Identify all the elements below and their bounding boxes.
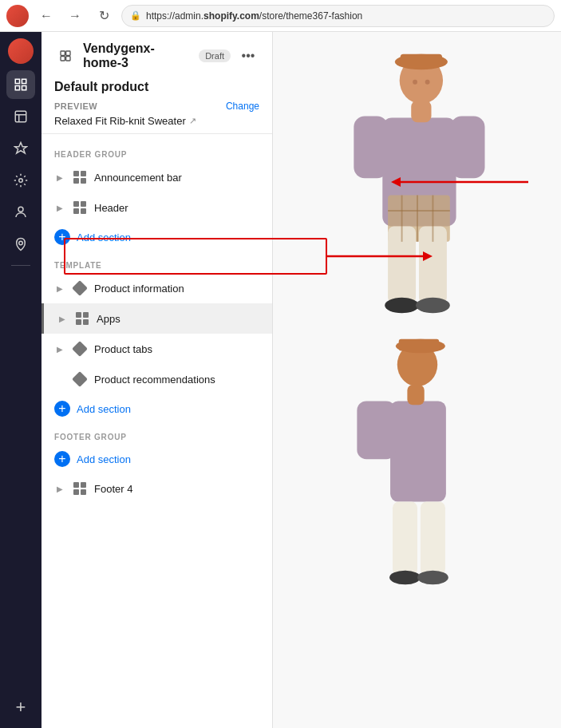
draft-badge: Draft xyxy=(199,49,231,62)
add-section-footer-label: Add section xyxy=(77,453,131,465)
svg-rect-4 xyxy=(15,111,26,122)
list-item-announcement-bar[interactable]: ▶ Announcement bar xyxy=(41,162,272,192)
refresh-button[interactable]: ↻ xyxy=(93,5,115,27)
list-item-product-tabs[interactable]: ▶ Product tabs xyxy=(41,334,272,364)
chevron-icon: ▶ xyxy=(54,283,65,294)
svg-rect-1 xyxy=(22,79,26,83)
svg-point-7 xyxy=(19,241,23,245)
sidebar-add-button[interactable]: + xyxy=(6,693,35,722)
address-bar[interactable]: 🔒 https://admin.shopify.com/store/theme3… xyxy=(121,5,555,27)
sidebar-item-home[interactable] xyxy=(6,70,35,99)
grid-icon-header xyxy=(72,200,88,216)
list-item-footer-4[interactable]: ▶ Footer 4 xyxy=(41,473,272,504)
sidebar-item-analytics[interactable] xyxy=(6,102,35,131)
default-product-label: Default product xyxy=(54,80,259,94)
preview-pane xyxy=(273,32,561,728)
preview-label: PREVIEW xyxy=(54,101,97,111)
header-group-label: HEADER GROUP xyxy=(41,140,272,162)
template-group-label: TEMPLATE xyxy=(41,251,272,273)
svg-point-25 xyxy=(425,80,429,85)
svg-point-5 xyxy=(19,179,23,183)
grid-icon-footer xyxy=(72,481,88,497)
list-item-product-recommendations[interactable]: Product recommendations xyxy=(41,364,272,394)
external-link-icon[interactable]: ↗ xyxy=(189,116,196,126)
svg-rect-33 xyxy=(390,401,446,501)
chevron-icon: ▶ xyxy=(54,172,65,183)
apps-label: Apps xyxy=(97,313,259,325)
product-image-top xyxy=(338,48,497,319)
sidebar-item-map[interactable] xyxy=(6,230,35,259)
svg-rect-36 xyxy=(392,501,417,575)
sidebar-item-settings[interactable] xyxy=(6,166,35,195)
svg-rect-34 xyxy=(407,385,424,405)
list-item-header[interactable]: ▶ Header xyxy=(41,192,272,223)
svg-rect-8 xyxy=(61,51,65,55)
user-avatar[interactable] xyxy=(8,38,34,64)
list-item-apps[interactable]: ▶ Apps xyxy=(41,303,272,334)
add-section-header[interactable]: + Add section xyxy=(41,223,272,251)
panel-back-button[interactable] xyxy=(54,45,77,67)
add-section-template-label: Add section xyxy=(77,403,131,415)
product-recommendations-label: Product recommendations xyxy=(94,374,259,386)
sidebar-divider xyxy=(11,265,30,266)
browser-chrome: ← → ↻ 🔒 https://admin.shopify.com/store/… xyxy=(0,0,561,32)
preview-product-name: Relaxed Fit Rib-knit Sweater xyxy=(54,115,186,127)
sidebar-item-star[interactable] xyxy=(6,134,35,163)
svg-point-39 xyxy=(417,571,448,584)
product-information-label: Product information xyxy=(94,283,259,295)
svg-rect-0 xyxy=(15,79,19,83)
diamond-icon-product-info xyxy=(72,280,88,296)
svg-point-23 xyxy=(416,298,450,313)
browser-avatar xyxy=(6,5,29,27)
list-item-product-information[interactable]: ▶ Product information xyxy=(41,273,272,303)
add-section-template-icon: + xyxy=(54,401,70,417)
svg-point-22 xyxy=(385,298,419,313)
product-image-bottom xyxy=(338,335,497,591)
svg-rect-37 xyxy=(420,501,444,575)
chevron-icon: ▶ xyxy=(57,313,68,324)
icon-sidebar: + xyxy=(0,32,41,728)
svg-point-38 xyxy=(389,571,421,584)
side-panel: Vendygenx-home-3 Draft ••• Default produ… xyxy=(41,32,273,728)
svg-rect-17 xyxy=(354,116,388,178)
diamond-icon-product-tabs xyxy=(72,341,88,357)
forward-button[interactable]: → xyxy=(64,5,86,27)
change-link[interactable]: Change xyxy=(226,101,259,112)
add-section-header-label: Add section xyxy=(77,231,131,243)
svg-rect-16 xyxy=(411,101,431,122)
add-section-footer[interactable]: + Add section xyxy=(41,445,272,473)
main-layout: + Vendygenx-home-3 Draft ••• Default pro… xyxy=(0,32,561,728)
diamond-icon-product-rec xyxy=(72,371,88,387)
page-title: Vendygenx-home-3 xyxy=(83,42,192,70)
svg-rect-35 xyxy=(357,401,395,459)
chevron-icon: ▶ xyxy=(54,483,65,494)
footer-group-label: FOOTER GROUP xyxy=(41,423,272,445)
svg-rect-11 xyxy=(66,57,70,61)
chevron-icon: ▶ xyxy=(54,202,65,213)
back-button[interactable]: ← xyxy=(35,5,57,27)
svg-rect-18 xyxy=(450,116,484,178)
footer-4-label: Footer 4 xyxy=(94,483,259,495)
preview-content xyxy=(273,32,561,728)
announcement-bar-label: Announcement bar xyxy=(94,172,259,184)
chevron-icon: ▶ xyxy=(54,343,65,354)
add-section-footer-icon: + xyxy=(54,451,70,467)
svg-rect-3 xyxy=(22,86,26,90)
header-label: Header xyxy=(94,202,259,214)
svg-rect-2 xyxy=(15,86,19,90)
url-text: https://admin.shopify.com/store/theme367… xyxy=(146,10,362,22)
security-icon: 🔒 xyxy=(130,10,141,21)
svg-rect-9 xyxy=(66,51,70,55)
svg-point-24 xyxy=(413,80,417,85)
add-section-template[interactable]: + Add section xyxy=(41,394,272,423)
svg-rect-14 xyxy=(400,54,441,67)
svg-rect-32 xyxy=(398,339,438,351)
panel-header: Vendygenx-home-3 Draft ••• Default produ… xyxy=(41,32,272,134)
grid-icon-announcement xyxy=(72,169,88,185)
svg-rect-10 xyxy=(61,57,65,61)
sidebar-item-person[interactable] xyxy=(6,198,35,227)
more-options-button[interactable]: ••• xyxy=(237,45,259,67)
add-section-icon: + xyxy=(54,229,70,245)
product-tabs-label: Product tabs xyxy=(94,343,259,355)
grid-icon-apps xyxy=(74,311,90,326)
